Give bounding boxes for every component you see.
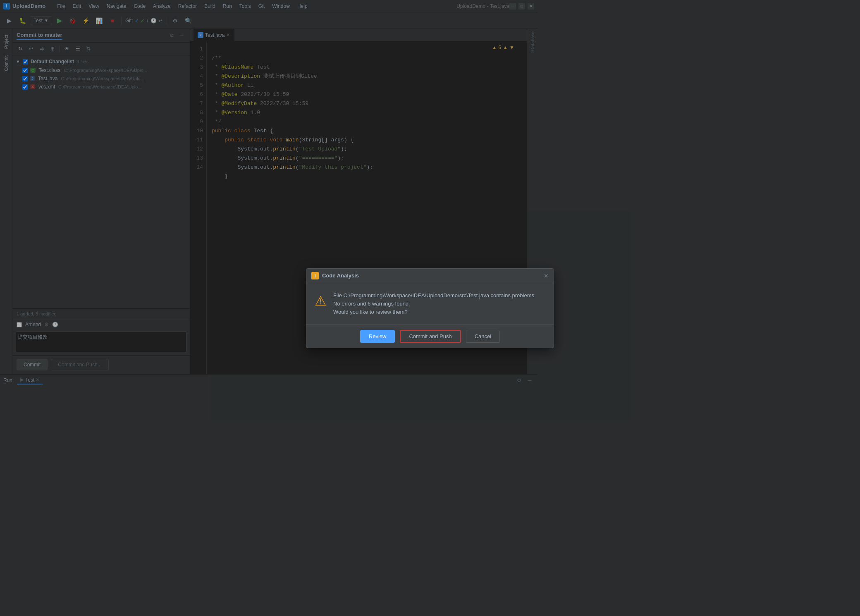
dialog-message-line3: Would you like to review them?	[333, 308, 536, 316]
dialog-message: File C:\Programming\Workspace\IDEA\Uploa…	[333, 291, 536, 316]
dialog-app-icon: I	[311, 272, 319, 279]
dialog-body: ⚠ File C:\Programming\Workspace\IDEA\Upl…	[306, 283, 538, 325]
review-button[interactable]: Review	[360, 330, 395, 343]
dialog-title-bar: I Code Analysis ✕	[306, 269, 538, 283]
dialog-message-line2: No errors and 6 warnings found.	[333, 300, 536, 308]
commit-and-push-dialog-button[interactable]: Commit and Push	[400, 330, 461, 343]
dialog-overlay[interactable]: I Code Analysis ✕ ⚠ File C:\Programming\…	[0, 0, 538, 384]
dialog-buttons: Review Commit and Push Cancel	[306, 325, 538, 348]
cancel-button[interactable]: Cancel	[466, 330, 500, 343]
dialog-warning-icon: ⚠	[315, 293, 327, 309]
dialog-title: Code Analysis	[322, 272, 538, 279]
code-analysis-dialog: I Code Analysis ✕ ⚠ File C:\Programming\…	[306, 268, 538, 348]
dialog-message-line1: File C:\Programming\Workspace\IDEA\Uploa…	[333, 291, 536, 300]
